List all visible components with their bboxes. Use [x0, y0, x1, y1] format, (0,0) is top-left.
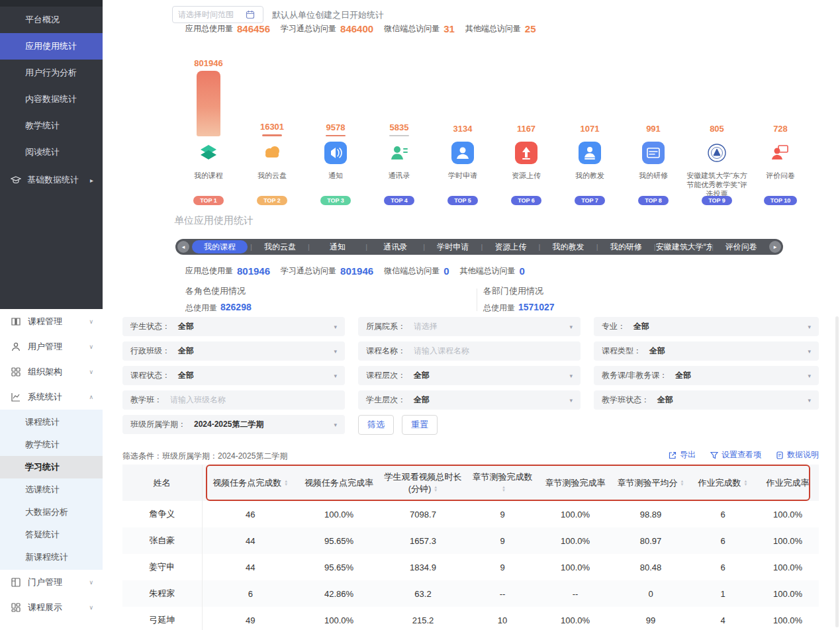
top-badge: TOP 8 — [638, 196, 669, 205]
tab-training[interactable]: 我的研修 — [598, 242, 654, 253]
tab-notification[interactable]: 通知 — [310, 242, 365, 253]
table-row: 弓延坤 49 100.0% 215.2 10 100.0% 99 4 100.0… — [122, 607, 819, 630]
cell: 6 — [689, 527, 757, 554]
submenu-item-course-selection-stats[interactable]: 选课统计 — [0, 478, 103, 501]
filter-value: 全部 — [414, 394, 430, 406]
tab-contacts[interactable]: 通讯录 — [367, 242, 423, 253]
top10-app-chart: 801946 我的课程 TOP 1 16301 我的云盘 TOP 2 9578 … — [177, 58, 784, 205]
page-scrollbar[interactable] — [835, 316, 839, 627]
sidebar-item-org-structure[interactable]: 组织架构 ∨ — [0, 359, 103, 384]
sidebar-item-user-behavior[interactable]: 用户行为分析 — [0, 60, 103, 86]
export-button[interactable]: 导出 — [669, 449, 696, 461]
notification-icon — [324, 142, 347, 164]
sort-icon[interactable]: ▲▼ — [680, 480, 684, 486]
filter-label: 课程名称： — [366, 345, 406, 357]
cell-name: 詹争义 — [122, 501, 202, 527]
submenu-item-learning-stats[interactable]: 学习统计 — [0, 456, 103, 478]
data-description-button[interactable]: 数据说明 — [776, 449, 819, 461]
submenu-item-new-course-stats[interactable]: 新课程统计 — [0, 546, 103, 568]
sidebar-item-reading-stats[interactable]: 阅读统计 — [0, 139, 103, 165]
header-label: 视频任务点完成率 — [304, 478, 373, 488]
submenu-item-teaching-stats[interactable]: 教学统计 — [0, 433, 103, 456]
filter-label: 行政班级： — [130, 345, 170, 357]
filter-course-level[interactable]: 课程层次： 全部 ▾ — [358, 366, 581, 385]
top-badge: TOP 2 — [257, 196, 287, 205]
filter-course-status[interactable]: 课程状态： 全部 ▾ — [122, 366, 345, 385]
sidebar-item-base-data-stats[interactable]: 基础数据统计 ▸ — [0, 167, 103, 193]
cell: 100.0% — [757, 527, 819, 554]
tab-my-courses[interactable]: 我的课程 — [192, 240, 248, 253]
filter-class-status[interactable]: 教学班状态： 全部 ▾ — [594, 390, 819, 410]
filter-academic-course[interactable]: 教务课/非教务课： 全部 ▾ — [594, 366, 819, 385]
dropdown-icon: ▾ — [808, 348, 811, 355]
table-header-row: 姓名 视频任务点完成数▲▼ 视频任务点完成率 学生观看视频总时长 (分钟)▲▼ … — [122, 465, 819, 501]
chart-column: 5835 通讯录 TOP 4 — [367, 58, 431, 205]
chevron-down-icon: ∨ — [89, 604, 93, 611]
sidebar-item-user-mgmt[interactable]: 用户管理 ∨ — [0, 334, 103, 359]
filter-student-level[interactable]: 学生层次： 全部 ▾ — [358, 390, 581, 410]
filter-semester[interactable]: 班级所属学期： 2024-2025第二学期 ▾ — [122, 415, 345, 434]
filter-placeholder: 请选择 — [414, 321, 438, 332]
sort-icon[interactable]: ▲▼ — [434, 486, 438, 492]
filter-student-status[interactable]: 学生状态： 全部 ▾ — [122, 317, 345, 336]
sidebar-item-platform-overview[interactable]: 平台概况 — [0, 7, 103, 33]
sidebar-item-system-stats[interactable]: 系统统计 ∧ — [0, 384, 103, 410]
filter-placeholder: 请输入班级名称 — [170, 394, 226, 406]
app-name: 我的课程 — [177, 171, 240, 189]
cell: 1657.3 — [379, 527, 467, 554]
tab-resource-upload[interactable]: 资源上传 — [483, 242, 538, 253]
filter-major[interactable]: 专业： 全部 ▾ — [594, 317, 819, 336]
sidebar-item-content-data[interactable]: 内容数据统计 — [0, 86, 103, 112]
sidebar-item-portal-mgmt[interactable]: 门户管理 ∨ — [0, 570, 103, 595]
filter-teaching-class[interactable]: 教学班： 请输入班级名称 — [122, 390, 345, 410]
sort-icon[interactable]: ▲▼ — [502, 486, 506, 492]
tab-survey[interactable]: 评价问卷 — [714, 242, 769, 253]
filter-course-name[interactable]: 课程名称： 请输入课程名称 — [358, 341, 581, 361]
header-name: 姓名 — [122, 465, 202, 501]
sidebar-item-course-mgmt[interactable]: 课程管理 ∨ — [0, 309, 103, 334]
stat-label: 其他端总访问量 — [459, 265, 515, 277]
app-name: 评价问卷 — [749, 171, 812, 189]
submenu-item-qa-stats[interactable]: 答疑统计 — [0, 523, 103, 546]
stat-value: 0 — [519, 265, 524, 277]
cell-name: 姜守申 — [122, 554, 202, 580]
view-settings-button[interactable]: 设置查看项 — [710, 449, 761, 461]
filter-button[interactable]: 筛选 — [358, 415, 394, 435]
table-row: 朱程家 6 42.86% 63.2 -- -- 0 1 100.0% — [122, 580, 819, 607]
table-row: 詹争义 46 100.0% 7098.7 9 100.0% 98.89 6 10… — [122, 501, 819, 527]
filter-course-type[interactable]: 课程类型： 全部 ▾ — [594, 341, 819, 361]
tab-university-award[interactable]: 安徽建筑大学“东 — [656, 242, 712, 253]
dropdown-icon: ▾ — [808, 397, 811, 404]
filter-label: 教学班状态： — [602, 394, 649, 406]
bar-value: 1167 — [517, 124, 536, 134]
filter-label: 学生层次： — [366, 394, 406, 406]
cell: 100.0% — [299, 607, 379, 630]
tab-study-hours[interactable]: 学时申请 — [425, 242, 481, 253]
tab-teaching-dev[interactable]: 我的教发 — [540, 242, 596, 253]
tab-scroll-right[interactable]: ▸ — [769, 241, 781, 253]
submenu-item-course-stats[interactable]: 课程统计 — [0, 411, 103, 433]
sidebar-item-app-usage-stats[interactable]: 应用使用统计 — [0, 33, 103, 60]
top-badge: TOP 1 — [193, 196, 224, 205]
sort-icon[interactable]: ▲▼ — [744, 480, 748, 486]
date-range-picker[interactable] — [172, 6, 263, 23]
header-video-task-count: 视频任务点完成数▲▼ — [202, 465, 299, 501]
bar — [197, 71, 220, 136]
sidebar-item-course-display[interactable]: 课程展示 ∨ — [0, 595, 103, 620]
filter-department[interactable]: 所属院系： 请选择 ▾ — [358, 317, 581, 336]
date-range-input[interactable] — [178, 10, 242, 19]
cell: 7098.7 — [379, 501, 467, 527]
sort-icon[interactable]: ▲▼ — [284, 480, 288, 486]
cell: 46 — [202, 501, 299, 527]
sidebar-item-teaching-stats[interactable]: 教学统计 — [0, 112, 103, 139]
cell: 100.0% — [299, 501, 379, 527]
tab-cloud-disk[interactable]: 我的云盘 — [252, 242, 308, 253]
reset-button[interactable]: 重置 — [402, 415, 438, 435]
filter-value: 全部 — [657, 394, 673, 406]
tab-scroll-left[interactable]: ◂ — [177, 241, 189, 253]
filter-admin-class[interactable]: 行政班级： 全部 ▾ — [122, 341, 345, 361]
header-label: 作业完成数 — [698, 478, 741, 488]
section-title: 单位应用使用统计 — [174, 214, 254, 227]
chevron-down-icon: ∨ — [89, 343, 93, 350]
submenu-item-big-data[interactable]: 大数据分析 — [0, 501, 103, 523]
